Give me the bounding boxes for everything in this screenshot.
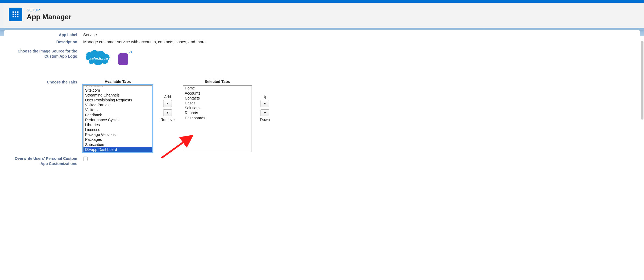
down-button[interactable]: [261, 109, 269, 116]
page-header: SETUP App Manager: [3, 3, 641, 28]
list-item[interactable]: Subscribers: [83, 142, 152, 147]
svg-rect-3: [13, 14, 14, 15]
list-item[interactable]: Reports: [183, 110, 252, 115]
list-item[interactable]: Streaming Channels: [83, 93, 152, 98]
list-item[interactable]: Package Versions: [83, 132, 152, 137]
list-item[interactable]: Contacts: [183, 96, 252, 101]
available-tabs-title: Available Tabs: [105, 79, 131, 84]
scrollbar-thumb[interactable]: [641, 41, 643, 120]
svg-rect-6: [13, 16, 14, 17]
choose-tabs-label: Choose the Tabs: [7, 79, 83, 84]
available-tabs-listbox[interactable]: ShipmentsSite.comStreaming ChannelsUser …: [83, 85, 152, 152]
list-item[interactable]: Licenses: [83, 127, 152, 132]
list-item[interactable]: Shipments: [83, 85, 152, 88]
image-source-label: Choose the Image Source for the Custom A…: [7, 48, 83, 58]
list-item[interactable]: Visitors: [83, 107, 152, 112]
description-label: Description: [7, 39, 83, 44]
list-item[interactable]: Cases: [183, 101, 252, 105]
list-item[interactable]: ISVapp Dashboard: [83, 147, 152, 152]
svg-rect-0: [13, 11, 14, 13]
selected-tabs-title: Selected Tabs: [205, 79, 230, 84]
svg-rect-2: [17, 11, 18, 13]
add-button[interactable]: [163, 100, 172, 107]
svg-rect-4: [15, 14, 16, 15]
page-title: App Manager: [27, 13, 72, 21]
window-top-bar: [0, 0, 644, 3]
list-item[interactable]: Accounts: [183, 91, 252, 96]
list-item[interactable]: Solutions: [183, 105, 252, 110]
list-item[interactable]: Dashboards: [183, 116, 252, 120]
app-manager-icon: [9, 8, 22, 21]
up-button[interactable]: [261, 100, 269, 107]
list-item[interactable]: Feedback: [83, 113, 152, 117]
svg-rect-1: [15, 11, 16, 13]
svg-text:salesforce: salesforce: [89, 56, 108, 61]
selected-tabs-listbox[interactable]: HomeAccountsContactsCasesSolutionsReport…: [183, 85, 252, 152]
app-label-label: App Label: [7, 32, 83, 37]
list-item[interactable]: Performance Cycles: [83, 117, 152, 122]
remove-label: Remove: [160, 117, 175, 122]
overwrite-checkbox[interactable]: [83, 157, 88, 161]
list-item[interactable]: Home: [183, 86, 252, 91]
svg-rect-8: [17, 16, 18, 17]
mascot-year: 21: [128, 50, 132, 54]
remove-button[interactable]: [163, 109, 172, 116]
description-value: Manage customer service with accounts, c…: [83, 39, 206, 44]
salesforce-logo[interactable]: salesforce: [84, 48, 114, 69]
list-item[interactable]: Packages: [83, 137, 152, 142]
app-label-value: Service: [83, 32, 97, 37]
list-item[interactable]: Visited Parties: [83, 102, 152, 107]
svg-rect-7: [15, 16, 16, 17]
up-label: Up: [262, 95, 267, 99]
form-body: App Label Service Description Manage cus…: [4, 30, 640, 172]
list-item[interactable]: User Provisioning Requests: [83, 98, 152, 102]
list-item[interactable]: Site.com: [83, 88, 152, 93]
down-label: Down: [260, 117, 270, 122]
svg-rect-5: [17, 14, 18, 15]
overwrite-label: Overwrite Users' Personal Custom App Cus…: [7, 156, 83, 166]
list-item[interactable]: Libraries: [83, 122, 152, 127]
mascot-logo[interactable]: 21: [117, 51, 131, 66]
breadcrumb: SETUP: [27, 8, 72, 12]
add-label: Add: [164, 95, 171, 99]
header-zone: SETUP App Manager: [0, 3, 644, 28]
